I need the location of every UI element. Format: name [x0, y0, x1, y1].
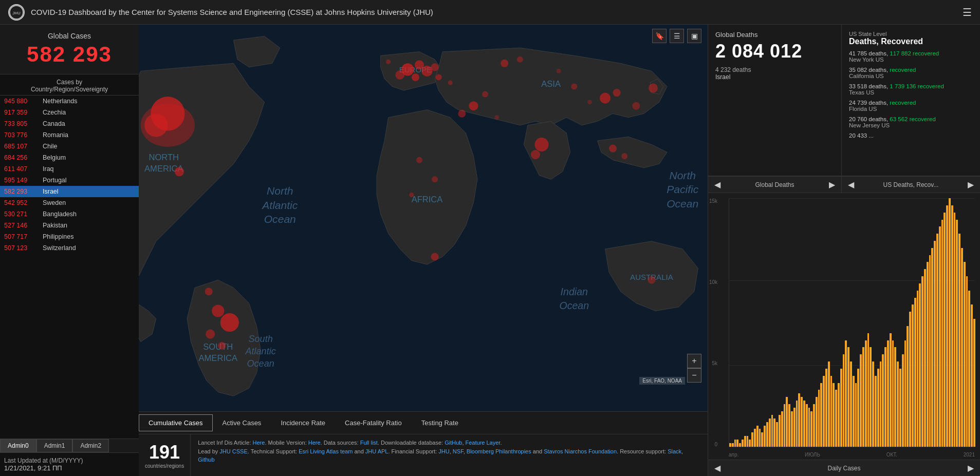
- jhu-link[interactable]: JHU: [438, 448, 449, 454]
- fulllist-link[interactable]: Full list: [360, 440, 378, 446]
- map-tab-case-fatality-ratio[interactable]: Case-Fatality Ratio: [335, 414, 412, 431]
- country-cases: 611 407: [4, 165, 43, 173]
- us-deaths: 35 082 deaths,: [849, 67, 888, 73]
- country-list-item[interactable]: 530 271Bangladesh: [0, 208, 139, 220]
- svg-point-32: [458, 110, 466, 118]
- country-list-item[interactable]: 945 880Netherlands: [0, 96, 139, 107]
- stavros-link[interactable]: Stavros Niarchos Foundation: [544, 448, 617, 454]
- country-list-item[interactable]: 595 149Portugal: [0, 175, 139, 186]
- chart-bar: [919, 283, 921, 447]
- chart-bar: [927, 262, 929, 447]
- svg-text:SOUTH: SOUTH: [203, 342, 233, 352]
- country-name: Philippines: [43, 233, 73, 240]
- country-list-item[interactable]: 611 407Iraq: [0, 163, 139, 175]
- chart-bar: [828, 361, 830, 447]
- us-deaths: 24 739 deaths,: [849, 100, 888, 106]
- us-region: New Jersey US: [849, 122, 890, 128]
- zoom-in-btn[interactable]: +: [687, 354, 701, 368]
- country-list-item[interactable]: 703 776Romania: [0, 129, 139, 141]
- chart-bar: [729, 443, 731, 447]
- slack-link[interactable]: Slack: [668, 448, 681, 454]
- svg-point-47: [432, 176, 438, 182]
- article-link[interactable]: Here: [253, 440, 265, 446]
- menu-icon[interactable]: ☰: [963, 6, 972, 18]
- chart-nav-left[interactable]: ◀: [714, 463, 720, 473]
- admin-tab-admin1[interactable]: Admin1: [36, 439, 73, 452]
- country-list-item[interactable]: 507 123Switzerland: [0, 242, 139, 254]
- svg-point-37: [206, 330, 215, 339]
- country-cases: 595 149: [4, 177, 43, 184]
- chart-bar: [931, 248, 933, 447]
- admin-tab-admin2[interactable]: Admin2: [72, 439, 109, 452]
- zoom-controls: + −: [687, 354, 701, 383]
- github-link[interactable]: GitHub: [445, 440, 462, 446]
- chart-bar: [946, 205, 948, 447]
- list-btn[interactable]: ☰: [670, 29, 684, 43]
- chart-bar: [929, 255, 931, 447]
- deaths-nav-right[interactable]: ▶: [829, 180, 835, 189]
- us-state-panel: US State Level Deaths, Recovered 41 785 …: [842, 25, 980, 176]
- nsf-link[interactable]: NSF: [453, 448, 464, 454]
- chart-x-labels: апр.ИЮЛЬОКТ.2021: [729, 452, 975, 458]
- country-list-item[interactable]: 685 107Chile: [0, 141, 139, 152]
- feature-layer-link[interactable]: Feature Layer: [466, 440, 501, 446]
- header: JHU COVID-19 Dashboard by the Center for…: [0, 0, 980, 25]
- chart-bar: [840, 369, 842, 447]
- qr-btn[interactable]: ▣: [687, 29, 701, 43]
- us-recovered: 117 882: [890, 50, 911, 56]
- chart-bar: [961, 248, 963, 447]
- country-cases: 542 952: [4, 199, 43, 206]
- zoom-out-btn[interactable]: −: [687, 368, 701, 383]
- country-list-item[interactable]: 507 717Philippines: [0, 231, 139, 242]
- svg-point-61: [141, 104, 195, 147]
- deaths-nav-left[interactable]: ◀: [714, 180, 720, 189]
- last-updated-label: Last Updated at (M/D/YYYY): [4, 457, 135, 464]
- svg-point-57: [557, 69, 561, 73]
- svg-point-46: [416, 157, 422, 163]
- mobile-link[interactable]: Here: [308, 440, 321, 446]
- esri-link[interactable]: Esri Living Atlas team: [299, 448, 353, 454]
- deaths-nav-label: Global Deaths: [755, 181, 794, 188]
- us-nav-right[interactable]: ▶: [968, 180, 974, 189]
- country-cases: 582 293: [4, 188, 43, 195]
- map-tab-testing-rate[interactable]: Testing Rate: [412, 414, 468, 431]
- svg-text:Ocean: Ocean: [559, 300, 589, 311]
- map-area: North Atlantic Ocean North Pacific Ocean…: [139, 25, 708, 411]
- chart-bar: [964, 262, 966, 447]
- country-list-item[interactable]: 542 952Sweden: [0, 197, 139, 208]
- us-recovered-label: recovered: [910, 116, 936, 122]
- cases-by-label: Cases byCountry/Region/Sovereignty: [0, 74, 139, 96]
- map-tab-incidence-rate[interactable]: Incidence Rate: [271, 414, 335, 431]
- github-link2[interactable]: Github: [198, 456, 214, 463]
- chart-nav-label: Daily Cases: [827, 465, 860, 472]
- chart-bar: [860, 354, 862, 447]
- bloomberg-link[interactable]: Bloomberg Philanthropies: [467, 448, 531, 454]
- chart-y-label: 0: [715, 442, 718, 447]
- chart-y-labels: 15k10k5k0: [709, 198, 717, 447]
- admin-tab-admin0[interactable]: Admin0: [0, 439, 36, 452]
- jhu-csse-link[interactable]: JHU CSSE: [219, 448, 247, 454]
- country-list-item[interactable]: 733 805Canada: [0, 118, 139, 129]
- chart-nav-right[interactable]: ▶: [968, 463, 974, 473]
- svg-point-60: [632, 102, 640, 110]
- country-list-item[interactable]: 917 359Czechia: [0, 107, 139, 118]
- chart-bar: [833, 383, 835, 447]
- bottom-bar: 191 countries/regions Lancet Inf Dis Art…: [139, 434, 708, 476]
- chart-bar: [882, 354, 884, 447]
- country-list-item[interactable]: 527 146Pakistan: [0, 220, 139, 231]
- chart-bar: [803, 401, 805, 447]
- svg-point-56: [494, 115, 499, 120]
- country-list-item[interactable]: 582 293Israel: [0, 186, 139, 197]
- chart-bar: [825, 369, 827, 447]
- jhu-apl-link[interactable]: JHU APL: [365, 448, 389, 454]
- bookmark-btn[interactable]: 🔖: [652, 29, 667, 43]
- chart-bar: [904, 340, 907, 447]
- map-toolbar: 🔖 ☰ ▣: [652, 29, 701, 43]
- us-nav-left[interactable]: ◀: [848, 180, 854, 189]
- country-list-item[interactable]: 684 256Belgium: [0, 152, 139, 163]
- chart-bar: [791, 411, 793, 447]
- main-layout: Global Cases 582 293 Cases byCountry/Reg…: [0, 25, 980, 476]
- map-tab-cumulative-cases[interactable]: Cumulative Cases: [139, 414, 213, 431]
- map-tab-active-cases[interactable]: Active Cases: [213, 414, 271, 431]
- us-region: California US: [849, 73, 884, 79]
